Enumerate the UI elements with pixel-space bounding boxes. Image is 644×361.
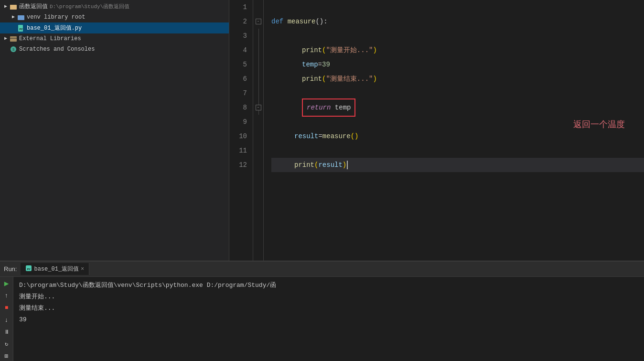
fold-8[interactable]: - — [253, 100, 263, 115]
kw-def: def — [271, 14, 283, 29]
fold-line-4 — [258, 43, 259, 57]
fold-line-3 — [258, 29, 259, 43]
fn-measure: measure — [288, 14, 316, 29]
ln-10: 10 — [229, 129, 247, 143]
ret-var-temp: temp — [335, 100, 351, 115]
fold-line-5 — [258, 57, 259, 72]
sidebar-item-external[interactable]: ▶ External Libraries — [0, 33, 229, 44]
sidebar-item-venv[interactable]: ▶ venv library root — [0, 12, 229, 22]
fold-12 — [253, 158, 263, 172]
project-root-label: 函数返回值 — [19, 2, 48, 11]
fold-6 — [253, 72, 263, 86]
output-line-1: D:\program\Study\函数返回值\venv\Scripts\pyth… — [19, 280, 638, 291]
run-tab-close[interactable]: × — [81, 266, 84, 273]
var-result: result — [294, 129, 318, 143]
ln-7: 7 — [229, 86, 247, 100]
bracket-5: ( — [351, 129, 354, 143]
ln-11: 11 — [229, 143, 247, 158]
fn-print-3: print — [294, 158, 314, 172]
more-button[interactable]: ⊞ — [2, 352, 11, 361]
colon: : — [323, 14, 327, 29]
bottom-panel: Run: py base_01_返回值 × ▶ ↑ ■ ↓ ⏸ ↻ ⊞ D:\p… — [0, 261, 644, 361]
run-label: Run: — [4, 265, 21, 273]
annotation-text: 返回一个温度 — [573, 119, 625, 130]
run-content: ▶ ↑ ■ ↓ ⏸ ↻ ⊞ D:\program\Study\函数返回值\ven… — [0, 277, 644, 361]
eq-2: = — [318, 129, 322, 143]
fold-2[interactable]: - — [253, 14, 263, 29]
ln-6: 6 — [229, 72, 247, 86]
fold-10 — [253, 129, 263, 143]
bracket-2: ) — [373, 43, 376, 57]
code-line-8: return temp — [271, 100, 644, 115]
num-39: 39 — [322, 57, 330, 72]
pause-button[interactable]: ⏸ — [2, 328, 11, 337]
run-tab-bar: Run: py base_01_返回值 × — [0, 262, 644, 277]
sidebar: ▶ 函数返回值 D:\program\Study\函数返回值 ▶ venv li… — [0, 0, 229, 261]
fold-icon-8[interactable]: - — [256, 105, 261, 110]
run-tab-name: base_01_返回值 — [34, 265, 79, 273]
ln-5: 5 — [229, 57, 247, 72]
eq-sign: = — [318, 57, 322, 72]
ext-arrow-icon: ▶ — [2, 35, 10, 43]
run-toolbar: ▶ ↑ ■ ↓ ⏸ ↻ ⊞ — [0, 277, 13, 361]
code-line-3 — [271, 29, 644, 43]
ext-label: External Libraries — [19, 35, 81, 42]
ln-8: 8 — [229, 100, 247, 115]
editor-area: 1 2 3 4 5 6 7 8 9 10 11 12 - — [229, 0, 644, 261]
svg-rect-4 — [18, 15, 21, 17]
str-end: "测量结束..." — [326, 72, 373, 86]
line-numbers: 1 2 3 4 5 6 7 8 9 10 11 12 — [229, 0, 253, 261]
code-line-11 — [271, 143, 644, 158]
up-button[interactable]: ↑ — [2, 291, 11, 300]
play-button[interactable]: ▶ — [2, 279, 11, 288]
sidebar-item-file[interactable]: py base_01_返回值.py — [0, 22, 229, 33]
arrow-icon: ▶ — [2, 3, 10, 11]
fold-1 — [253, 0, 263, 14]
bracket-8: ) — [343, 158, 346, 172]
str-start: "测量开始..." — [326, 43, 373, 57]
venv-label: venv library root — [27, 14, 85, 21]
run-output: D:\program\Study\函数返回值\venv\Scripts\pyth… — [13, 277, 644, 361]
svg-rect-2 — [10, 5, 13, 6]
stop-button[interactable]: ■ — [2, 303, 11, 312]
fold-5 — [253, 57, 263, 72]
svg-text:py: py — [19, 27, 23, 31]
var-temp: temp — [302, 57, 318, 72]
fold-line-7 — [258, 86, 259, 100]
code-line-4: print ( "测量开始..." ) — [271, 43, 644, 57]
run-tab-icon: py — [25, 265, 32, 273]
bracket-6: ) — [354, 129, 358, 143]
output-line-2: 测量开始... — [19, 291, 638, 303]
output-line-4: 39 — [19, 314, 638, 326]
paren-open: ( — [315, 14, 319, 29]
project-path: D:\program\Study\函数返回值 — [50, 3, 129, 10]
output-line-3: 测量结束... — [19, 303, 638, 314]
return-box: return temp — [302, 98, 355, 117]
ln-9: 9 — [229, 115, 247, 129]
down-button[interactable]: ↓ — [2, 316, 11, 325]
bracket-3: ( — [322, 72, 326, 86]
code-line-6: print ( "测量结束..." ) — [271, 72, 644, 86]
fold-11 — [253, 143, 263, 158]
fold-line-6 — [258, 72, 259, 86]
venv-arrow-icon: ▶ — [10, 13, 17, 21]
svg-rect-7 — [10, 36, 17, 42]
svg-rect-1 — [10, 6, 13, 10]
bracket-1: ( — [322, 43, 326, 57]
fn-measure-call: measure — [322, 129, 351, 143]
rerun-button[interactable]: ↻ — [2, 339, 11, 349]
sidebar-item-scratches[interactable]: ▶ S Scratches and Consoles — [0, 44, 229, 55]
bracket-4: ) — [373, 72, 376, 86]
code-editor[interactable]: def measure ( ) : print ( "测量开始..." ) — [264, 0, 644, 261]
svg-text:S: S — [12, 48, 14, 52]
main-area: ▶ 函数返回值 D:\program\Study\函数返回值 ▶ venv li… — [0, 0, 644, 261]
ln-12: 12 — [229, 158, 247, 172]
ln-3: 3 — [229, 29, 247, 43]
fn-print-2: print — [302, 72, 322, 86]
fold-3 — [253, 29, 263, 43]
run-tab[interactable]: py base_01_返回值 × — [21, 263, 89, 275]
fold-icon-2[interactable]: - — [256, 19, 261, 24]
sidebar-item-root[interactable]: ▶ 函数返回值 D:\program\Study\函数返回值 — [0, 1, 229, 12]
ln-2: 2 — [229, 14, 247, 29]
paren-close: ) — [320, 14, 323, 29]
